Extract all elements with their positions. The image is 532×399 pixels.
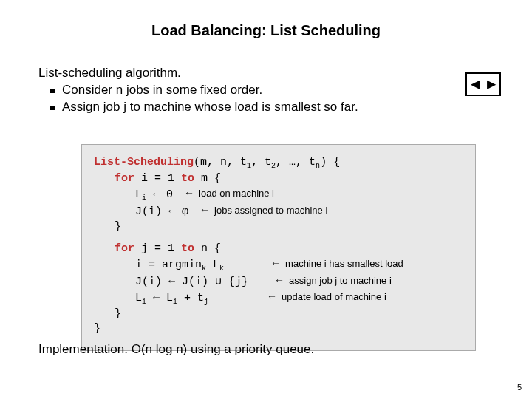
code-text: j = 1 <box>134 242 181 255</box>
annotation: machine i has smallest load <box>285 258 403 269</box>
keyword-to: to <box>181 172 194 185</box>
code-text: (m, n, t <box>194 156 247 168</box>
code-text: L <box>135 188 142 200</box>
intro-block: List-scheduling algorithm. Consider n jo… <box>38 65 358 116</box>
arrow-icon: ← <box>200 203 210 217</box>
annotation: jobs assigned to machine i <box>214 205 327 216</box>
keyword-to: to <box>181 242 194 255</box>
nav-next-button[interactable]: ▶ <box>483 74 499 95</box>
keyword-for: for <box>115 172 134 185</box>
subscript: j <box>204 298 208 306</box>
code-text: } <box>115 220 121 233</box>
code-text: i = 1 <box>134 172 181 185</box>
slide-title: Load Balancing: List Scheduling <box>0 22 532 39</box>
code-text: 0 <box>166 188 173 200</box>
code-text: J(i) <box>135 205 162 217</box>
bullet-icon <box>50 106 55 110</box>
code-text: } <box>115 307 121 320</box>
code-text: ← <box>146 188 166 200</box>
annotation: update load of machine i <box>282 291 386 302</box>
fn-name: List-Scheduling <box>94 156 194 168</box>
code-text: φ <box>182 205 188 217</box>
subscript: k <box>219 265 224 273</box>
code-text: } <box>94 322 100 335</box>
bullet-text: Consider n jobs in some fixed order. <box>62 82 262 99</box>
code-text: , …, t <box>276 156 316 168</box>
arrow-icon: ← <box>184 186 194 200</box>
annotation: load on machine i <box>199 188 274 199</box>
nav-prev-button[interactable]: ◀ <box>467 74 483 95</box>
code-block: List-Scheduling(m, n, t1, t2, …, tn) { f… <box>81 144 476 351</box>
impl-lead: Implementation. <box>38 342 128 356</box>
code-text: L <box>206 259 219 271</box>
code-text: ← L <box>146 292 173 304</box>
annotation: assign job j to machine i <box>289 275 392 286</box>
code-text: + t <box>177 292 204 304</box>
code-text: J(i) ← J(i) ∪ {j} <box>135 276 248 288</box>
code-text: i = argmin <box>135 259 202 271</box>
code-text: ) <box>320 156 327 168</box>
implementation-line: Implementation. O(n log n) using a prior… <box>38 342 314 357</box>
bullet-text: Assign job j to machine whose load is sm… <box>62 99 358 116</box>
code-text: L <box>135 292 142 304</box>
bullet-row: Consider n jobs in some fixed order. <box>38 82 358 99</box>
bullet-icon <box>50 89 55 93</box>
arrow-icon: ← <box>267 290 277 304</box>
bullet-row: Assign job j to machine whose load is sm… <box>38 99 358 116</box>
intro-lead: List-scheduling algorithm. <box>38 65 358 82</box>
nav-buttons: ◀ ▶ <box>466 72 501 96</box>
impl-rest: O(n log n) using a priority queue. <box>128 342 314 356</box>
arrow-icon: ← <box>274 273 284 287</box>
page-number: 5 <box>517 383 522 392</box>
keyword-for: for <box>115 242 134 255</box>
arrow-icon: ← <box>270 256 281 270</box>
code-text: ← <box>162 205 182 217</box>
code-text: n { <box>194 242 221 255</box>
code-text: { <box>327 156 340 168</box>
code-text: m { <box>194 172 221 185</box>
